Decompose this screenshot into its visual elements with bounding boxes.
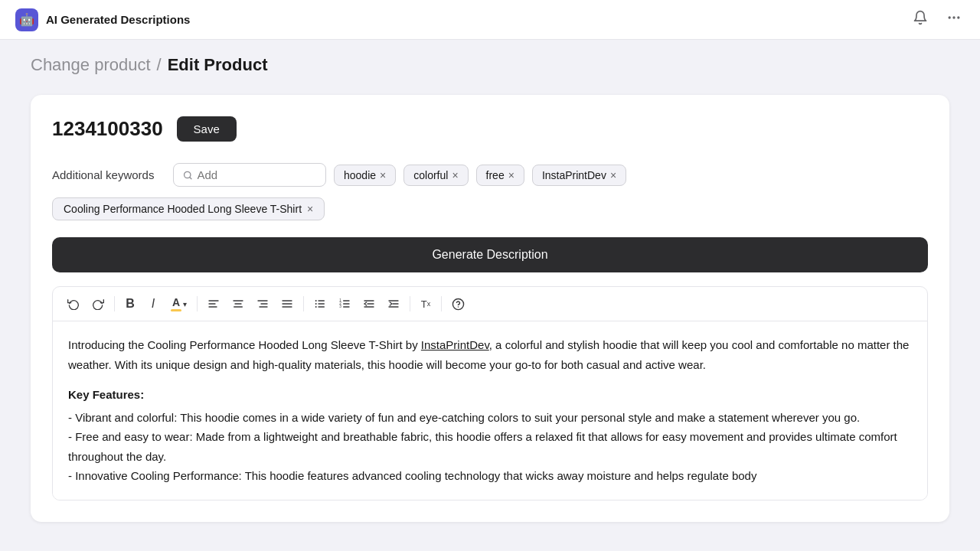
breadcrumb-separator: / (157, 55, 162, 75)
clear-format-button[interactable]: Tx (415, 293, 436, 315)
toolbar-divider-1 (114, 296, 115, 311)
tag-free-remove-button[interactable]: × (508, 170, 514, 181)
tag-hoodie: hoodie × (334, 165, 396, 186)
tag-free: free × (476, 165, 524, 186)
bold-button[interactable]: B (119, 293, 141, 315)
editor-toolbar: B I A ▾ (53, 287, 927, 321)
product-tag-remove-button[interactable]: × (307, 204, 313, 214)
svg-text:3: 3 (339, 305, 341, 308)
header-right (910, 7, 965, 32)
svg-point-21 (315, 303, 317, 305)
numbered-list-button[interactable]: 123 (333, 293, 356, 315)
tag-instaprintdev: InstaPrintDev × (532, 165, 626, 186)
svg-line-4 (190, 177, 191, 178)
keyword-input-wrap (173, 163, 326, 187)
tag-colorful-remove-button[interactable]: × (452, 170, 458, 181)
breadcrumb-current: Edit Product (168, 55, 268, 75)
keywords-row: Additional keywords hoodie × colorful × … (52, 163, 928, 187)
search-icon (183, 170, 193, 181)
help-button[interactable] (446, 293, 470, 315)
feature-line-1: - Vibrant and colorful: This hoodie come… (68, 408, 912, 428)
undo-button[interactable] (62, 293, 85, 315)
svg-point-0 (949, 16, 951, 18)
redo-button[interactable] (87, 293, 109, 315)
svg-point-22 (315, 306, 317, 308)
save-button[interactable]: Save (177, 116, 237, 142)
keyword-input[interactable] (198, 168, 316, 181)
svg-point-20 (315, 300, 317, 302)
product-tag-row: Cooling Performance Hooded Long Sleeve T… (52, 197, 928, 220)
app-header: 🤖 AI Generated Descriptions (0, 0, 980, 40)
svg-point-2 (957, 16, 959, 18)
bullet-list-button[interactable] (309, 293, 332, 315)
tag-instaprintdev-remove-button[interactable]: × (610, 170, 616, 181)
product-header: 1234100330 Save (52, 116, 928, 142)
tag-hoodie-remove-button[interactable]: × (380, 170, 386, 181)
generate-description-button[interactable]: Generate Description (52, 237, 928, 272)
toolbar-divider-3 (303, 296, 304, 311)
outdent-button[interactable] (358, 293, 381, 315)
highlight-button[interactable]: A ▾ (165, 293, 192, 315)
brand-link: InstaPrintDev (421, 338, 489, 351)
align-left-button[interactable] (202, 293, 225, 315)
app-title: AI Generated Descriptions (46, 13, 190, 26)
product-name-tag: Cooling Performance Hooded Long Sleeve T… (52, 197, 325, 220)
app-icon: 🤖 (15, 8, 38, 31)
breadcrumb-change-product[interactable]: Change product (31, 55, 151, 75)
product-id: 1234100330 (52, 117, 163, 141)
feature-line-3: - Innovative Cooling Performance: This h… (68, 466, 912, 486)
indent-button[interactable] (382, 293, 405, 315)
editor-content[interactable]: Introducing the Cooling Performance Hood… (53, 321, 927, 500)
align-right-button[interactable] (251, 293, 274, 315)
toolbar-divider-2 (197, 296, 198, 311)
more-options-button[interactable] (943, 7, 965, 32)
editor-wrap: B I A ▾ (52, 286, 928, 500)
breadcrumb: Change product / Edit Product (0, 40, 980, 83)
keywords-label: Additional keywords (52, 168, 165, 181)
header-left: 🤖 AI Generated Descriptions (15, 8, 190, 31)
feature-line-2: - Free and easy to wear: Made from a lig… (68, 427, 912, 466)
justify-button[interactable] (276, 293, 299, 315)
key-features-heading: Key Features: (68, 385, 912, 405)
tag-colorful: colorful × (403, 165, 468, 186)
align-center-button[interactable] (227, 293, 250, 315)
svg-point-1 (952, 16, 955, 18)
main-card: 1234100330 Save Additional keywords hood… (31, 95, 949, 522)
toolbar-divider-4 (410, 296, 410, 311)
notification-bell-button[interactable] (910, 7, 931, 32)
italic-button[interactable]: I (142, 293, 164, 315)
toolbar-divider-5 (441, 296, 442, 311)
